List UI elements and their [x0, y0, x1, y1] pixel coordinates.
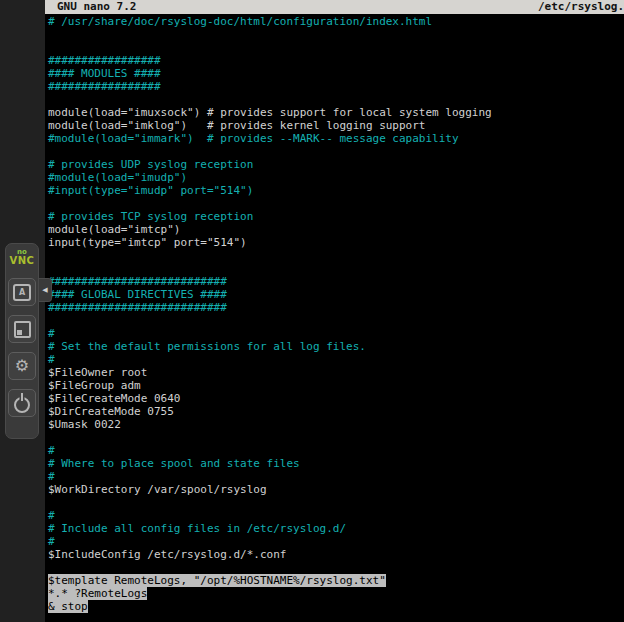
- editor-line: module(load="imklog") # provides kernel …: [45, 119, 624, 132]
- editor-line: #: [45, 509, 624, 522]
- panel-collapse-handle[interactable]: ◀: [39, 278, 52, 302]
- novnc-logo-vnc: VNC: [10, 256, 35, 266]
- chevron-left-icon: ◀: [42, 286, 47, 294]
- editor-line: $FileOwner root: [45, 366, 624, 379]
- editor-line: #: [45, 535, 624, 548]
- editor-line: $IncludeConfig /etc/rsyslog.d/*.conf: [45, 548, 624, 561]
- editor-line: module(load="imuxsock") # provides suppo…: [45, 106, 624, 119]
- editor-line: & stop: [45, 600, 624, 613]
- editor-line: [45, 496, 624, 509]
- editor-lines[interactable]: # /usr/share/doc/rsyslog-doc/html/config…: [45, 14, 624, 622]
- editor-line: *.* ?RemoteLogs: [45, 587, 624, 600]
- editor-line: #### GLOBAL DIRECTIVES ####: [45, 288, 624, 301]
- power-icon: [14, 397, 30, 413]
- clipboard-icon: A: [13, 284, 31, 301]
- editor-line: # Where to place spool and state files: [45, 457, 624, 470]
- editor-line: # provides TCP syslog reception: [45, 210, 624, 223]
- editor-line: $FileCreateMode 0640: [45, 392, 624, 405]
- editor-line: #: [45, 353, 624, 366]
- editor-line: # Set the default permissions for all lo…: [45, 340, 624, 353]
- nano-titlebar: GNU nano 7.2 /etc/rsyslog.: [45, 0, 624, 14]
- editor-line: #input(type="imudp" port="514"): [45, 184, 624, 197]
- nano-version-label: GNU nano 7.2: [45, 0, 136, 14]
- editor-line: module(load="imtcp"): [45, 223, 624, 236]
- editor-line: [45, 262, 624, 275]
- editor-line: $FileGroup adm: [45, 379, 624, 392]
- editor-line: # Include all config files in /etc/rsysl…: [45, 522, 624, 535]
- terminal-window[interactable]: GNU nano 7.2 /etc/rsyslog. # /usr/share/…: [45, 0, 624, 622]
- fullscreen-icon: [14, 321, 31, 338]
- editor-line: [45, 28, 624, 41]
- screen-root: no VNC A ⚙ ◀ GNU nano 7.2 /etc/rsyslog.: [0, 0, 624, 622]
- editor-line: [45, 41, 624, 54]
- novnc-control-panel: no VNC A ⚙: [5, 243, 39, 439]
- fullscreen-button[interactable]: [8, 315, 36, 343]
- editor-line: [45, 93, 624, 106]
- power-button[interactable]: [8, 389, 36, 417]
- clipboard-button[interactable]: A: [8, 278, 36, 306]
- editor-line: #### MODULES ####: [45, 67, 624, 80]
- editor-line: #: [45, 327, 624, 340]
- editor-line: # /usr/share/doc/rsyslog-doc/html/config…: [45, 15, 624, 28]
- novnc-logo: no VNC: [10, 249, 35, 266]
- editor-line: #################: [45, 80, 624, 93]
- editor-line: #################: [45, 54, 624, 67]
- nano-filename-label: /etc/rsyslog.: [530, 0, 624, 14]
- editor-line: $DirCreateMode 0755: [45, 405, 624, 418]
- editor-line: ###########################: [45, 301, 624, 314]
- editor-line: [45, 145, 624, 158]
- editor-line: [45, 197, 624, 210]
- editor-line: $Umask 0022: [45, 418, 624, 431]
- editor-line: #module(load="imudp"): [45, 171, 624, 184]
- editor-line: [45, 431, 624, 444]
- editor-line: [45, 314, 624, 327]
- editor-line: [45, 561, 624, 574]
- editor-line: $WorkDirectory /var/spool/rsyslog: [45, 483, 624, 496]
- settings-button[interactable]: ⚙: [8, 352, 36, 380]
- editor-line: $template RemoteLogs, "/opt/%HOSTNAME%/r…: [45, 574, 624, 587]
- editor-line: #: [45, 470, 624, 483]
- editor-line: # provides UDP syslog reception: [45, 158, 624, 171]
- editor-line: input(type="imtcp" port="514"): [45, 236, 624, 249]
- editor-line: [45, 249, 624, 262]
- editor-line: #: [45, 444, 624, 457]
- gear-icon: ⚙: [15, 358, 29, 374]
- novnc-sidebar: no VNC A ⚙ ◀: [0, 0, 45, 622]
- editor-line: #module(load="immark") # provides --MARK…: [45, 132, 624, 145]
- editor-line: ###########################: [45, 275, 624, 288]
